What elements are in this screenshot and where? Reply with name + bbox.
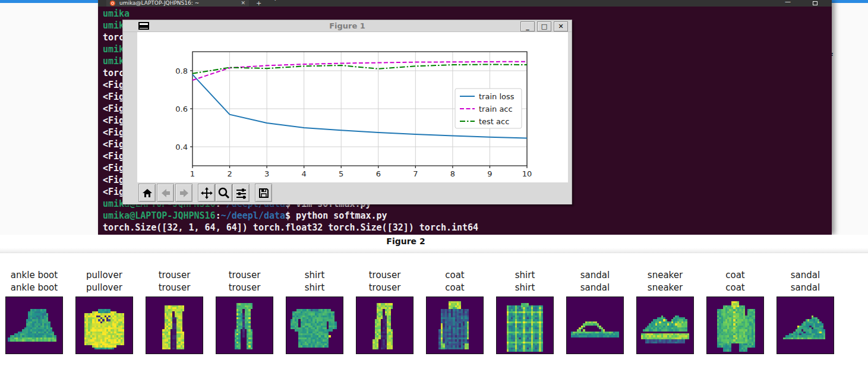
y-tick-label: 0.6 xyxy=(175,105,188,113)
predicted-label: trouser xyxy=(216,269,273,282)
save-button[interactable] xyxy=(255,184,272,202)
terminal-line: umika@LAPTOP-JQHPNS16:~/deepl/data$ pyth… xyxy=(103,210,828,222)
forward-arrow-icon xyxy=(178,187,190,199)
terminal-tab[interactable]: umika@LAPTOP-JQHPNS16: ~ ✕ xyxy=(106,0,249,7)
zoom-button[interactable] xyxy=(215,184,232,202)
true-label: trouser xyxy=(216,282,273,294)
figure1-window: Figure 1 _ □ ✕ 123456789100.40.60.8train… xyxy=(122,20,572,204)
x-tick-label: 5 xyxy=(339,169,343,178)
fashion-image-shirt-plaid xyxy=(496,296,554,354)
predicted-label: ankle boot xyxy=(5,269,63,282)
true-label: sandal xyxy=(777,282,834,294)
fashion-item: ankle bootankle boot xyxy=(5,269,63,354)
predicted-label: pullover xyxy=(75,269,133,282)
fashion-item: coatcoat xyxy=(426,269,484,354)
y-tick-label: 0.8 xyxy=(175,67,188,75)
predicted-label: shirt xyxy=(496,269,554,282)
x-tick-label: 4 xyxy=(302,169,307,178)
tab-dropdown-button[interactable]: ˅ xyxy=(274,0,277,5)
predicted-label: trouser xyxy=(146,269,203,282)
fashion-item: trousertrouser xyxy=(146,269,203,354)
loss-accuracy-chart: 123456789100.40.60.8train losstrain acct… xyxy=(137,32,568,182)
forward-button[interactable] xyxy=(175,184,192,202)
fashion-image-sandal-strap xyxy=(777,296,834,354)
fashion-image-sneaker xyxy=(636,296,694,354)
predicted-label: sandal xyxy=(566,269,624,282)
fashion-image-trouser-c xyxy=(356,296,414,354)
terminal-line: umika xyxy=(103,8,828,20)
home-button[interactable] xyxy=(138,184,156,202)
fashion-image-pullover xyxy=(75,296,133,354)
predicted-label: coat xyxy=(426,269,484,282)
terminal-restore-icon[interactable] xyxy=(813,1,818,5)
x-tick-label: 9 xyxy=(487,169,492,178)
predicted-label: trouser xyxy=(356,269,414,282)
fashion-item: sandalsandal xyxy=(566,269,624,354)
fashion-image-sandal-flip xyxy=(566,296,624,354)
fashion-image-ankle-boot xyxy=(5,296,63,354)
x-tick-label: 10 xyxy=(522,169,532,178)
legend-label: train acc xyxy=(479,105,513,113)
figure2-title[interactable]: Figure 2 xyxy=(0,235,812,248)
legend-label: train loss xyxy=(479,92,515,101)
predicted-label: sneaker xyxy=(636,269,694,282)
terminal-tab-title: umika@LAPTOP-JQHPNS16: ~ xyxy=(119,0,199,6)
home-icon xyxy=(141,187,153,199)
x-tick-label: 7 xyxy=(413,169,418,178)
floppy-disk-icon xyxy=(258,187,270,199)
figure2-window: Figure 2 ankle bootankle bootpulloverpul… xyxy=(0,235,868,388)
pan-icon xyxy=(200,187,213,200)
terminal-minimize-icon[interactable]: — xyxy=(785,0,791,5)
true-label: trouser xyxy=(356,282,414,294)
tab-close-icon[interactable]: ✕ xyxy=(241,0,245,6)
terminal-tab-bar: umika@LAPTOP-JQHPNS16: ~ ✕ + ˅ — xyxy=(98,0,832,7)
true-label: sandal xyxy=(566,282,624,294)
fashion-item: trousertrouser xyxy=(216,269,273,354)
legend-label: test acc xyxy=(479,117,509,126)
back-arrow-icon xyxy=(160,187,172,199)
pan-button[interactable] xyxy=(198,184,215,202)
terminal-line: torch.Size([32, 1, 64, 64]) torch.float3… xyxy=(103,222,828,234)
figure1-minimize-button[interactable]: _ xyxy=(520,21,535,31)
figure1-close-button[interactable]: ✕ xyxy=(554,21,568,31)
true-label: coat xyxy=(706,282,764,294)
new-tab-button[interactable]: + xyxy=(256,0,261,7)
figure1-maximize-button[interactable]: □ xyxy=(537,21,551,31)
series-test-acc xyxy=(192,64,527,73)
x-tick-label: 1 xyxy=(190,169,195,178)
x-tick-label: 8 xyxy=(450,169,455,178)
x-tick-label: 3 xyxy=(264,169,269,178)
sliders-icon xyxy=(235,187,247,199)
fashion-item: shirtshirt xyxy=(496,269,554,354)
true-label: coat xyxy=(426,282,484,294)
fashion-item: shirtshirt xyxy=(286,269,343,354)
ubuntu-icon xyxy=(110,1,115,6)
true-label: ankle boot xyxy=(5,282,63,294)
fashion-item: coatcoat xyxy=(706,269,764,354)
configure-subplots-button[interactable] xyxy=(232,184,250,202)
true-label: trouser xyxy=(146,282,203,294)
predicted-label: shirt xyxy=(286,269,343,282)
figure1-title: Figure 1 xyxy=(123,21,572,30)
figure2-toolbar-strip xyxy=(0,248,868,253)
x-tick-label: 6 xyxy=(376,169,381,178)
desktop: F umika@LAPTOP-JQHPNS16: ~ ✕ + ˅ — umika… xyxy=(0,0,868,388)
true-label: sneaker xyxy=(636,282,694,294)
figure1-titlebar[interactable]: Figure 1 _ □ ✕ xyxy=(123,20,572,32)
x-tick-label: 2 xyxy=(227,169,232,178)
y-tick-label: 0.4 xyxy=(175,143,188,152)
fashion-image-shirt-plain xyxy=(286,296,343,354)
back-button[interactable] xyxy=(157,184,174,202)
true-label: shirt xyxy=(496,282,554,294)
true-label: pullover xyxy=(75,282,133,294)
fashion-image-trouser-a xyxy=(146,296,203,354)
predicted-label: coat xyxy=(706,269,764,282)
magnifier-icon xyxy=(217,187,231,200)
fashion-image-coat-dark xyxy=(426,296,484,354)
figure1-plot-canvas[interactable]: 123456789100.40.60.8train losstrain acct… xyxy=(137,32,568,182)
fashion-item: sneakersneaker xyxy=(636,269,694,354)
fashion-item: pulloverpullover xyxy=(75,269,133,354)
true-label: shirt xyxy=(286,282,343,294)
fashion-item: sandalsandal xyxy=(777,269,834,354)
fashion-item: trousertrouser xyxy=(356,269,414,354)
